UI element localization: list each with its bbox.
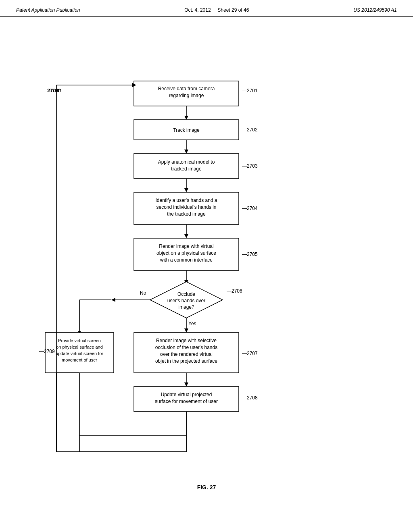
- svg-text:Provide virtual screen: Provide virtual screen: [58, 338, 101, 343]
- svg-marker-6: [184, 150, 188, 154]
- page-header: Patent Application Publication Oct. 4, 2…: [0, 0, 413, 17]
- label-2701: —2701: [242, 88, 258, 94]
- svg-marker-15: [184, 234, 188, 238]
- svg-text:movement of user: movement of user: [62, 357, 97, 362]
- svg-text:image?: image?: [178, 304, 194, 310]
- no-label: No: [140, 290, 146, 296]
- svg-text:Render image with virtual: Render image with virtual: [159, 243, 213, 249]
- svg-text:Identify a user's hands and a: Identify a user's hands and a: [155, 197, 217, 203]
- svg-text:Render image with selective: Render image with selective: [156, 338, 217, 343]
- header-center: Oct. 4, 2012 Sheet 29 of 46: [184, 7, 249, 13]
- svg-marker-33: [184, 382, 188, 387]
- svg-marker-25: [111, 298, 115, 302]
- svg-text:Update virtual projected: Update virtual projected: [161, 392, 212, 397]
- svg-text:over the rendered virtual: over the rendered virtual: [160, 351, 213, 357]
- svg-text:occlusion of the user's hands: occlusion of the user's hands: [155, 345, 217, 350]
- svg-text:objet in the projected surface: objet in the projected surface: [155, 358, 217, 364]
- label-2703: —2703: [242, 163, 258, 169]
- label-2708: —2708: [242, 395, 258, 401]
- svg-text:Occlude: Occlude: [177, 291, 195, 297]
- header-sheet: Sheet 29 of 46: [217, 7, 249, 13]
- header-date: Oct. 4, 2012: [184, 7, 211, 13]
- svg-text:tracked image: tracked image: [171, 166, 202, 172]
- diagram-loop-label: 2700: [47, 87, 59, 94]
- diagram-area: 2700 Receive data from camera regarding …: [0, 17, 413, 499]
- header-patent: US 2012/249590 A1: [353, 7, 397, 13]
- svg-text:Apply anatomical model to: Apply anatomical model to: [158, 159, 215, 165]
- svg-text:second individual's hands in: second individual's hands in: [156, 204, 216, 210]
- svg-marker-10: [184, 188, 188, 192]
- svg-text:Receive data from camera: Receive data from camera: [158, 86, 215, 91]
- label-2704: —2704: [242, 206, 258, 211]
- label-2705: —2705: [242, 251, 258, 257]
- svg-text:Track image: Track image: [173, 127, 200, 133]
- label-2707: —2707: [242, 351, 258, 356]
- flowchart-svg: 2700 Receive data from camera regarding …: [25, 33, 388, 476]
- svg-marker-3: [184, 116, 188, 120]
- svg-text:regarding image: regarding image: [169, 93, 204, 98]
- svg-text:the tracked image: the tracked image: [167, 211, 206, 217]
- svg-text:user's hands over: user's hands over: [167, 298, 205, 303]
- svg-text:on physical surface and: on physical surface and: [56, 345, 103, 349]
- svg-marker-27: [184, 328, 188, 332]
- svg-text:update virtual screen for: update virtual screen for: [56, 351, 103, 356]
- svg-text:surface for movement of user: surface for movement of user: [155, 399, 218, 404]
- svg-text:with a common interface: with a common interface: [160, 257, 213, 263]
- label-2706: —2706: [227, 288, 242, 294]
- label-2709: —2709: [39, 349, 55, 354]
- header-publication: Patent Application Publication: [16, 7, 80, 13]
- svg-text:object on a physical surface: object on a physical surface: [156, 250, 216, 256]
- figure-label: FIG. 27: [24, 484, 389, 490]
- flowchart-container: 2700 Receive data from camera regarding …: [24, 33, 389, 476]
- yes-label: Yes: [188, 321, 196, 326]
- label-2702: —2702: [242, 127, 258, 133]
